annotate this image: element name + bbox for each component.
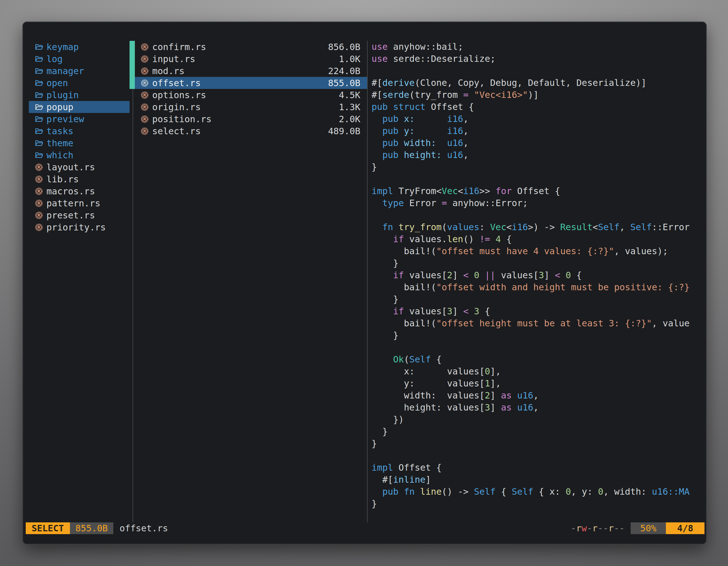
code-token: , width: [603,486,652,497]
svg-text:R: R [37,165,41,170]
code-token [415,486,420,497]
code-line: if values.len() != 4 { [372,233,704,245]
sidebar-item-plugin[interactable]: plugin [29,89,130,101]
file-permissions: -rw-r--r-- [571,523,625,534]
code-token: derive [382,78,415,88]
code-token [372,114,382,124]
file-row-confirm-rs[interactable]: Rconfirm.rs856.0B [135,41,367,53]
code-token: ], [490,366,501,377]
code-line: impl TryFrom<Vec<i16>> for Offset { [372,185,704,197]
preview-pane[interactable]: use anyhow::bail;use serde::Deserialize;… [372,41,704,523]
code-token: } [372,426,388,437]
file-row-origin-rs[interactable]: Rorigin.rs1.3K [135,101,367,113]
code-token: Result [560,222,593,233]
file-row-position-rs[interactable]: Rposition.rs2.0K [135,113,367,125]
code-token: ] [452,306,463,316]
code-token: u16 [517,402,533,413]
code-token: || [485,270,496,281]
code-token: "offset must have 4 values: {:?}" [436,246,614,257]
file-name: input.rs [152,54,195,64]
code-token: , [463,150,469,160]
code-token: y: [404,126,415,136]
file-row-input-rs[interactable]: Rinput.rs1.0K [135,53,367,65]
code-token: u16::MA [652,486,690,497]
code-token: (Clone, Copy, Debug, Default, Deserializ… [415,78,646,88]
code-token: < [555,270,560,281]
status-bar-right: -rw-r--r-- 50% 4/8 [571,522,704,534]
sidebar-item-macros-rs[interactable]: Rmacros.rs [29,185,130,197]
code-token: = [442,198,447,208]
code-token [398,126,404,136]
file-row-mod-rs[interactable]: Rmod.rs224.0B [135,65,367,77]
code-token: #[ [372,90,382,100]
code-token: { x: [533,486,566,497]
code-line: use anyhow::bail; [372,41,704,53]
code-line: } [372,426,704,438]
sidebar-item-lib-rs[interactable]: Rlib.rs [29,173,130,185]
file-size: 855.0B [328,78,360,88]
file-size: 1.3K [339,102,360,112]
code-token: }) [372,414,404,425]
code-token: values[ [495,270,539,281]
file-size: 489.0B [328,126,360,137]
code-line: pub fn line() -> Self { Self { x: 0, y: … [372,486,704,498]
sidebar-item-pattern-rs[interactable]: Rpattern.rs [29,197,130,209]
file-row-offset-rs[interactable]: Roffset.rs855.0B [135,77,367,89]
code-token: 2 [485,390,490,401]
code-token: i16 [463,186,480,196]
sidebar-item-preview[interactable]: preview [29,113,130,125]
code-line: bail!("offset width and height must be p… [372,281,704,293]
sidebar-item-manager[interactable]: manager [29,65,130,77]
code-token: "offset width and height must be positiv… [436,282,689,292]
svg-text:R: R [143,117,146,121]
sidebar-item-keymap[interactable]: keymap [29,41,130,53]
code-token [512,390,517,401]
code-token: if [393,270,404,281]
svg-text:R: R [37,201,41,206]
code-token: i16 [512,222,528,233]
sidebar-item-popup[interactable]: popup [29,101,130,113]
code-token: Ok [393,354,404,365]
file-name: mod.rs [152,66,185,76]
sidebar-item-theme[interactable]: theme [29,137,130,149]
code-line [372,450,704,462]
code-token: anyhow::bail; [388,41,463,52]
code-token: Offset { [512,186,560,196]
rust-file-icon: R [35,187,43,196]
code-token: bail!( [372,246,436,257]
code-token: inline [393,474,426,485]
mode-badge: SELECT [26,522,70,534]
code-token [469,90,474,100]
sidebar-item-preset-rs[interactable]: Rpreset.rs [29,209,130,221]
code-token: try_from [398,222,442,233]
svg-text:R: R [143,69,146,73]
code-line: pub height: u16, [372,149,704,161]
code-token: u16 [447,150,463,160]
item-label: which [46,150,73,161]
code-token: serde::Deserialize; [388,53,495,64]
code-line: height: values[3] as u16, [372,401,704,414]
code-token: { [501,234,512,245]
yazi-window: keymaplogmanageropenpluginpopuppreviewta… [22,22,707,544]
code-token: Self [474,486,495,497]
code-token [490,234,495,245]
code-token: >> [479,186,495,196]
pane-divider-left [133,41,133,522]
file-row-options-rs[interactable]: Roptions.rs4.5K [135,89,367,101]
sidebar-item-tasks[interactable]: tasks [29,125,130,137]
file-row-select-rs[interactable]: Rselect.rs489.0B [135,125,367,137]
code-token: pub [382,126,399,136]
code-line: use serde::Deserialize; [372,53,704,65]
svg-text:R: R [143,105,146,109]
code-token: if [393,234,404,245]
code-token: ] [490,402,501,413]
sidebar-item-layout-rs[interactable]: Rlayout.rs [29,161,130,173]
sidebar-item-open[interactable]: open [29,77,130,89]
code-token [372,138,382,148]
code-line: width: values[2] as u16, [372,389,704,401]
sidebar-item-priority-rs[interactable]: Rpriority.rs [29,221,130,233]
sidebar-item-which[interactable]: which [29,149,130,161]
sidebar-item-log[interactable]: log [29,53,130,65]
folder-open-icon [35,151,43,159]
code-token: Error [404,198,442,208]
